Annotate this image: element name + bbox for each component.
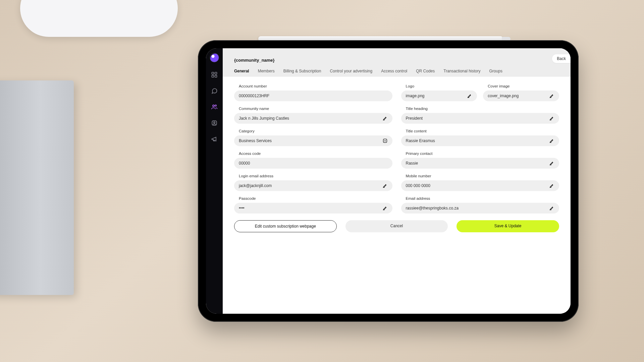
label-login-email: Login email address	[234, 174, 392, 178]
profile-icon[interactable]	[211, 119, 218, 127]
label-email-address: Email address	[401, 196, 559, 200]
announce-icon[interactable]	[211, 135, 218, 143]
select-category[interactable]: Business Services	[234, 135, 392, 146]
value-cover-image: cover_image.png	[488, 94, 519, 98]
value-logo: image.png	[406, 94, 425, 98]
pencil-icon[interactable]	[549, 183, 554, 188]
label-community-name: Community name	[234, 107, 392, 111]
field-mobile-number: Mobile number 000 000 0000	[401, 174, 559, 191]
input-community-name[interactable]: Jack n Jills Jumping Castles	[234, 113, 392, 124]
field-title-content: Title content Rassie Erasmus	[401, 129, 559, 146]
value-category: Business Services	[239, 138, 272, 143]
svg-rect-1	[215, 72, 217, 74]
label-access-code: Access code	[234, 152, 392, 156]
input-access-code[interactable]: 00000	[234, 158, 392, 169]
pencil-icon[interactable]	[382, 205, 388, 211]
value-mobile-number: 000 000 0000	[406, 183, 430, 188]
edit-webpage-button[interactable]: Edit custom subscription webpage	[234, 220, 337, 232]
pencil-icon[interactable]	[549, 116, 554, 121]
upload-logo[interactable]: image.png	[401, 90, 477, 101]
label-title-heading: Title heading	[401, 107, 559, 111]
header: {community_name} Back General Members Bi…	[223, 48, 571, 77]
tablet-device: {community_name} Back General Members Bi…	[198, 40, 579, 322]
svg-point-5	[215, 105, 216, 106]
value-primary-contact: Rassie	[406, 161, 418, 166]
upload-cover-image[interactable]: cover_image.png	[483, 90, 559, 101]
label-mobile-number: Mobile number	[401, 174, 559, 178]
svg-rect-8	[383, 139, 387, 143]
field-logo: Logo image.png	[401, 84, 477, 101]
input-login-email[interactable]: jack@jacknjill.com	[234, 180, 392, 191]
tab-members[interactable]: Members	[258, 69, 275, 73]
input-primary-contact[interactable]: Rassie	[401, 158, 559, 169]
field-cover-image: Cover image cover_image.png	[483, 84, 559, 101]
label-category: Category	[234, 129, 392, 133]
svg-point-4	[213, 105, 214, 107]
value-title-content: Rassie Erasmus	[406, 138, 435, 143]
app-screen: {community_name} Back General Members Bi…	[206, 48, 571, 314]
chevron-down-icon[interactable]	[382, 138, 388, 143]
svg-point-7	[214, 122, 215, 123]
value-community-name: Jack n Jills Jumping Castles	[239, 116, 289, 121]
value-login-email: jack@jacknjill.com	[239, 183, 272, 188]
pencil-icon[interactable]	[382, 116, 388, 121]
desk-prop-laptop	[0, 80, 74, 295]
value-access-code: 00000	[239, 161, 250, 166]
tab-qr-codes[interactable]: QR Codes	[416, 69, 435, 73]
value-email-address: rassiee@thespringboks.co.za	[406, 206, 459, 210]
field-account-number: Account number 0000000123HRF	[234, 84, 392, 101]
field-passcode: Passcode ••••	[234, 196, 392, 214]
sidebar	[206, 48, 223, 314]
tab-transactional-history[interactable]: Transactional history	[443, 69, 480, 73]
svg-rect-3	[215, 75, 217, 77]
value-account-number: 0000000123HRF	[239, 94, 269, 98]
value-title-heading: President	[406, 116, 423, 121]
pencil-icon[interactable]	[549, 205, 554, 211]
field-community-name: Community name Jack n Jills Jumping Cast…	[234, 107, 392, 124]
label-cover-image: Cover image	[483, 84, 559, 88]
pencil-icon[interactable]	[549, 161, 554, 166]
label-primary-contact: Primary contact	[401, 152, 559, 156]
input-title-content[interactable]: Rassie Erasmus	[401, 135, 559, 146]
input-passcode[interactable]: ••••	[234, 203, 392, 214]
pencil-icon[interactable]	[382, 183, 388, 188]
input-mobile-number[interactable]: 000 000 0000	[401, 180, 559, 191]
pencil-icon[interactable]	[549, 93, 554, 99]
chat-icon[interactable]	[211, 87, 218, 95]
form-body: Account number 0000000123HRF Community n…	[223, 77, 571, 314]
tab-access-control[interactable]: Access control	[381, 69, 407, 73]
pencil-icon[interactable]	[467, 93, 472, 99]
main-panel: {community_name} Back General Members Bi…	[223, 48, 571, 314]
grid-icon[interactable]	[211, 71, 218, 78]
desk-prop-mouse	[20, 0, 178, 37]
left-column: Account number 0000000123HRF Community n…	[234, 84, 392, 219]
footer-actions: Edit custom subscription webpage Cancel …	[234, 220, 559, 232]
svg-rect-2	[212, 75, 214, 77]
tab-general[interactable]: General	[234, 69, 249, 73]
label-passcode: Passcode	[234, 196, 392, 200]
users-icon[interactable]	[211, 103, 218, 111]
label-logo: Logo	[401, 84, 477, 88]
label-title-content: Title content	[401, 129, 559, 133]
field-login-email: Login email address jack@jacknjill.com	[234, 174, 392, 191]
svg-rect-0	[212, 72, 214, 74]
save-update-button[interactable]: Save & Update	[457, 220, 559, 232]
app-logo[interactable]	[210, 53, 219, 62]
right-column: Logo image.png Cover image cover_image.p…	[401, 84, 559, 219]
tab-billing[interactable]: Billing & Subscription	[283, 69, 321, 73]
pencil-icon[interactable]	[549, 138, 554, 143]
input-title-heading[interactable]: President	[401, 113, 559, 124]
input-account-number[interactable]: 0000000123HRF	[234, 90, 392, 101]
tabs: General Members Billing & Subscription C…	[234, 69, 559, 77]
field-category: Category Business Services	[234, 129, 392, 146]
cancel-button[interactable]: Cancel	[345, 220, 448, 232]
tab-advertising[interactable]: Control your advertising	[330, 69, 372, 73]
label-account-number: Account number	[234, 84, 392, 88]
page-title: {community_name}	[234, 58, 559, 63]
field-title-heading: Title heading President	[401, 107, 559, 124]
back-button[interactable]: Back	[552, 54, 571, 63]
input-email-address[interactable]: rassiee@thespringboks.co.za	[401, 203, 559, 214]
field-email-address: Email address rassiee@thespringboks.co.z…	[401, 196, 559, 214]
tab-groups[interactable]: Groups	[489, 69, 502, 73]
field-primary-contact: Primary contact Rassie	[401, 152, 559, 169]
